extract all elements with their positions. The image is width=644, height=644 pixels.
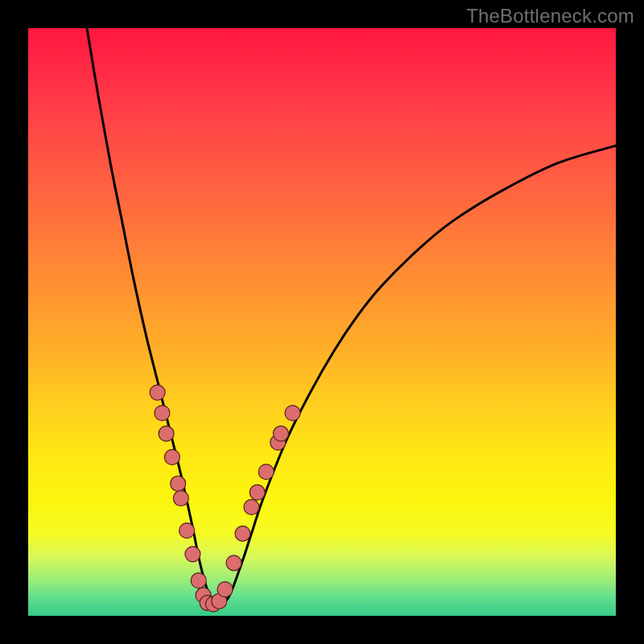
data-marker: [226, 555, 242, 571]
bottleneck-curve: [87, 28, 616, 604]
data-marker: [164, 449, 180, 464]
plot-area: [28, 28, 616, 616]
data-marker: [258, 464, 274, 480]
data-marker: [173, 491, 188, 506]
marker-group: [150, 385, 300, 612]
data-marker: [159, 426, 174, 441]
data-marker: [185, 547, 200, 562]
data-marker: [244, 499, 259, 514]
chart-svg: [28, 28, 616, 616]
data-marker: [150, 385, 165, 400]
data-marker: [250, 485, 265, 500]
data-marker: [155, 406, 170, 421]
data-marker: [171, 476, 186, 491]
data-marker: [285, 406, 300, 421]
data-marker: [217, 582, 233, 597]
data-marker: [191, 573, 206, 588]
data-marker: [273, 426, 288, 441]
watermark-text: TheBottleneck.com: [466, 5, 634, 27]
data-marker: [180, 523, 195, 539]
data-marker: [235, 526, 250, 541]
chart-frame: TheBottleneck.com: [0, 0, 644, 644]
